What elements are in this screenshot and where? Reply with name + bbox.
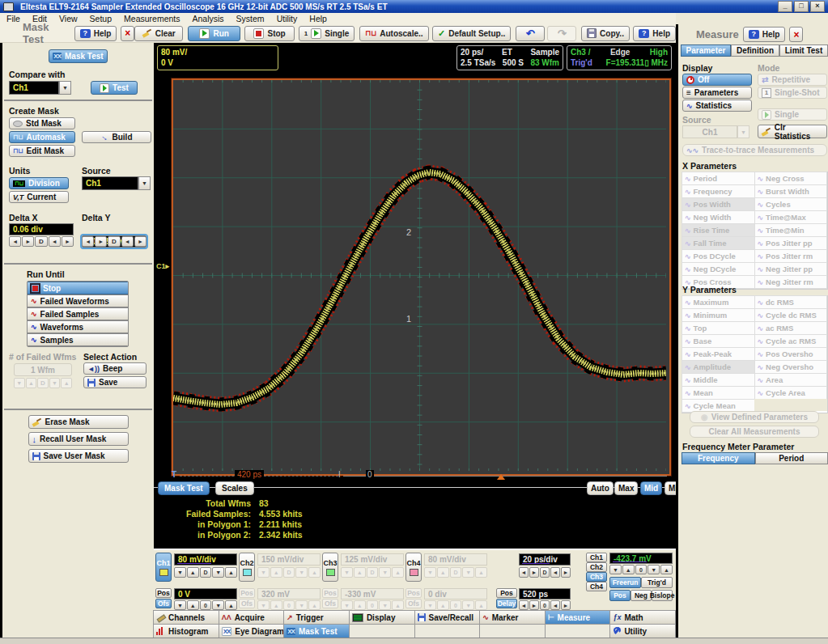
trigger-position-marker[interactable] bbox=[497, 474, 505, 480]
delta-x-default-button[interactable]: D bbox=[35, 236, 47, 247]
timebase-delay-step-button[interactable]: 0 bbox=[540, 600, 550, 610]
timebase-scale-step-button[interactable]: D bbox=[540, 567, 550, 578]
beep-button[interactable]: ◄))Beep bbox=[83, 362, 146, 375]
ch1-scale-step-button[interactable]: ▼ bbox=[212, 567, 224, 578]
ch1-offset-step-button[interactable]: ▼ bbox=[212, 600, 224, 610]
trigger-level-stepper[interactable]: ▼▲0▼▲ bbox=[609, 565, 673, 574]
ch1-ofs-button[interactable]: Ofs bbox=[155, 599, 172, 608]
tab-display[interactable]: Display bbox=[349, 610, 415, 625]
delta-y-coarse-dec-button[interactable]: ◄ bbox=[82, 236, 94, 247]
channel-button-ch3[interactable]: Ch3 bbox=[322, 553, 338, 582]
timebase-scale-step-button[interactable]: ◄ bbox=[550, 567, 560, 578]
delta-y-coarse-inc-button[interactable]: ► bbox=[95, 236, 107, 247]
run-until-failed-samples[interactable]: ∿Failed Samples bbox=[28, 307, 128, 320]
tab-trigger[interactable]: ↗Trigger bbox=[283, 610, 350, 625]
panel-close-button[interactable]: × bbox=[121, 26, 134, 41]
ch1-offset-stepper[interactable]: ▼▲0▼▲ bbox=[174, 600, 237, 610]
edit-mask-button[interactable]: ⊓⊔Edit Mask bbox=[9, 145, 75, 157]
panel-help-button[interactable]: ?Help bbox=[74, 26, 117, 41]
timebase-delay-step-button[interactable]: ► bbox=[529, 600, 539, 610]
tab-measure[interactable]: ⊢Measure bbox=[545, 610, 611, 625]
measure-help-button[interactable]: ?Help bbox=[743, 27, 786, 42]
tab-limit-test[interactable]: Limit Test bbox=[779, 44, 828, 57]
trigger-level-value[interactable]: -423.7 mV bbox=[609, 553, 673, 564]
menu-utility[interactable]: Utility bbox=[277, 14, 298, 23]
trigger-level-step-button[interactable]: 0 bbox=[635, 565, 648, 574]
run-until-waveforms[interactable]: ∿Waveforms bbox=[28, 320, 128, 333]
mask-test-toggle[interactable]: XXMask Test bbox=[49, 49, 107, 63]
trigger-level-step-button[interactable]: ▼ bbox=[609, 565, 622, 574]
delta-x-coarse-inc-button[interactable]: ► bbox=[22, 236, 34, 247]
tab-scales[interactable]: Scales bbox=[215, 481, 254, 495]
menu-help[interactable]: Help bbox=[309, 14, 327, 23]
recall-user-mask-button[interactable]: ↓Recall User Mask bbox=[28, 432, 129, 446]
tab-channels[interactable]: Channels bbox=[153, 610, 219, 625]
trigger-slope-neg[interactable]: Neg bbox=[631, 590, 652, 601]
units-division-button[interactable]: ⊓⊔Division bbox=[9, 177, 69, 189]
delta-x-fine-inc-button[interactable]: ► bbox=[62, 236, 74, 247]
delta-y-fine-inc-button[interactable]: ► bbox=[134, 236, 146, 247]
timebase-scale-step-button[interactable]: ► bbox=[529, 567, 539, 578]
compare-source-dropdown[interactable]: Ch1 ▼ bbox=[9, 81, 71, 95]
run-until-failed-waveforms[interactable]: ∿Failed Waveforms bbox=[28, 294, 128, 307]
erase-mask-button[interactable]: Erase Mask bbox=[28, 415, 129, 429]
timebase-delay-step-button[interactable]: ◄ bbox=[519, 600, 529, 610]
clear-button[interactable]: Clear bbox=[134, 26, 183, 41]
menu-system[interactable]: System bbox=[236, 14, 265, 23]
tab-mask-test[interactable]: XXMask Test bbox=[283, 624, 350, 638]
channel-button-ch2[interactable]: Ch2 bbox=[239, 553, 255, 582]
build-button[interactable]: →Build bbox=[82, 131, 151, 143]
run-until-samples[interactable]: ∿Samples bbox=[28, 333, 128, 346]
autoscale-button[interactable]: ⊓⊔Autoscale.. bbox=[359, 26, 428, 41]
timebase-scale-step-button[interactable]: ► bbox=[561, 567, 571, 578]
trigger-trigd-button[interactable]: Trig'd bbox=[641, 577, 673, 588]
delta-x-stepper[interactable]: ◄►D◄► bbox=[9, 236, 74, 247]
ch1-offset-step-button[interactable]: ▲ bbox=[225, 600, 237, 610]
std-mask-button[interactable]: Std Mask bbox=[9, 117, 75, 129]
timebase-delay-step-button[interactable]: ◄ bbox=[550, 600, 560, 610]
ch1-pos-button[interactable]: Pos bbox=[155, 588, 172, 598]
ch1-offset-value[interactable]: 0 V bbox=[174, 588, 237, 600]
trigger-source-ch2[interactable]: Ch2 bbox=[586, 562, 607, 572]
timebase-delay-button[interactable]: Delay bbox=[496, 599, 517, 608]
ch1-offset-step-button[interactable]: ▲ bbox=[187, 600, 199, 610]
tab-parameter[interactable]: Parameter bbox=[681, 44, 731, 57]
trigger-source-ch4[interactable]: Ch4 bbox=[586, 582, 607, 591]
delta-x-coarse-dec-button[interactable]: ◄ bbox=[9, 236, 21, 247]
trigger-source-ch3[interactable]: Ch3 bbox=[586, 572, 607, 582]
single-button[interactable]: 1Single bbox=[299, 26, 355, 41]
tab-math[interactable]: ƒxMath bbox=[609, 610, 676, 625]
menu-analysis[interactable]: Analysis bbox=[193, 14, 224, 23]
trigger-level-step-button[interactable]: ▼ bbox=[648, 565, 660, 574]
ch1-scale-step-button[interactable]: ▲ bbox=[225, 567, 237, 578]
delta-y-fine-dec-button[interactable]: ◄ bbox=[121, 236, 134, 247]
save-user-mask-button[interactable]: Save User Mask bbox=[28, 449, 129, 463]
trigger-level-step-button[interactable]: ▲ bbox=[622, 565, 635, 574]
mask-source-dropdown[interactable]: Ch1 ▼ bbox=[82, 176, 151, 190]
run-button[interactable]: Run bbox=[188, 26, 241, 41]
delta-x-fine-dec-button[interactable]: ◄ bbox=[49, 236, 61, 247]
timebase-delay-stepper[interactable]: ◄►0◄► bbox=[519, 600, 571, 610]
tab-acquire[interactable]: ΛΛAcquire bbox=[219, 610, 285, 625]
tab-definition[interactable]: Definition bbox=[731, 44, 779, 57]
trigger-slope-bislope[interactable]: Bislope bbox=[652, 590, 673, 601]
freq-meter-frequency-button[interactable]: Frequency bbox=[682, 452, 755, 464]
timebase-delay-step-button[interactable]: ► bbox=[561, 600, 571, 610]
undo-button[interactable]: ↶ bbox=[516, 26, 545, 41]
ch1-offset-step-button[interactable]: ▼ bbox=[174, 600, 186, 610]
units-current-button[interactable]: V,TCurrent bbox=[9, 191, 69, 203]
timebase-delay-value[interactable]: 520 ps bbox=[519, 588, 571, 600]
ch1-scale-stepper[interactable]: ▼▲D▼▲ bbox=[174, 567, 237, 578]
channel-button-ch4[interactable]: Ch4 bbox=[406, 553, 422, 582]
minimize-button[interactable]: _ bbox=[778, 1, 792, 12]
copy-button[interactable]: Copy.. bbox=[581, 26, 630, 41]
tab-mask-test[interactable]: Mask Test bbox=[158, 481, 210, 495]
automask-button[interactable]: ⊓⊔Automask bbox=[9, 131, 75, 143]
delta-x-value[interactable]: 0.06 div bbox=[9, 223, 74, 235]
ch1-scale-step-button[interactable]: D bbox=[200, 567, 212, 578]
measure-close-button[interactable]: × bbox=[789, 27, 803, 42]
c1-marker[interactable]: C1▸ bbox=[156, 262, 169, 270]
delta-y-default-button[interactable]: D bbox=[108, 236, 120, 247]
default-setup-button[interactable]: ✓Default Setup.. bbox=[432, 26, 511, 41]
delta-y-stepper[interactable]: ◄►D◄► bbox=[82, 236, 146, 247]
